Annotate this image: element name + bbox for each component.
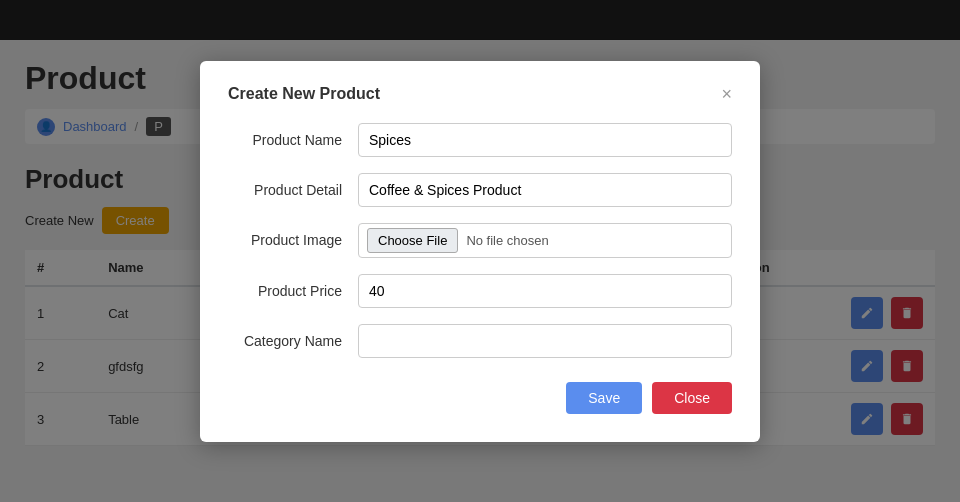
modal-header: Create New Product × xyxy=(228,85,732,103)
choose-file-button[interactable]: Choose File xyxy=(367,228,458,253)
product-image-group: Product Image Choose File No file chosen xyxy=(228,223,732,258)
product-detail-group: Product Detail xyxy=(228,173,732,207)
product-image-label: Product Image xyxy=(228,232,358,248)
product-name-group: Product Name xyxy=(228,123,732,157)
modal-overlay: Create New Product × Product Name Produc… xyxy=(0,0,960,502)
product-detail-input[interactable] xyxy=(358,173,732,207)
file-no-chosen-label: No file chosen xyxy=(466,233,548,248)
modal-close-x-button[interactable]: × xyxy=(721,85,732,103)
close-button[interactable]: Close xyxy=(652,382,732,414)
product-price-input[interactable] xyxy=(358,274,732,308)
category-name-input[interactable] xyxy=(358,324,732,358)
file-input-wrapper: Choose File No file chosen xyxy=(358,223,732,258)
save-button[interactable]: Save xyxy=(566,382,642,414)
product-detail-label: Product Detail xyxy=(228,182,358,198)
create-product-modal: Create New Product × Product Name Produc… xyxy=(200,61,760,442)
product-name-label: Product Name xyxy=(228,132,358,148)
modal-footer: Save Close xyxy=(228,382,732,414)
category-name-group: Category Name xyxy=(228,324,732,358)
product-price-group: Product Price xyxy=(228,274,732,308)
product-name-input[interactable] xyxy=(358,123,732,157)
modal-title: Create New Product xyxy=(228,85,380,103)
product-price-label: Product Price xyxy=(228,283,358,299)
category-name-label: Category Name xyxy=(228,333,358,349)
